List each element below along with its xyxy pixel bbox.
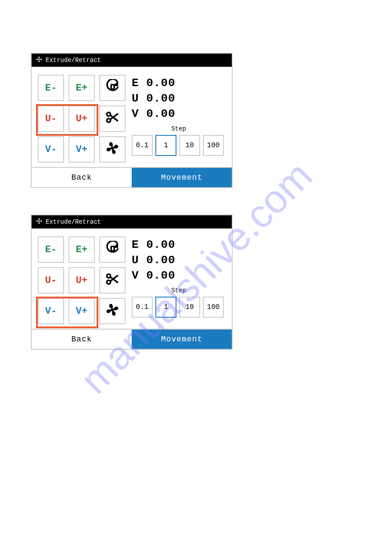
panel-footer: Back Movement xyxy=(32,329,232,349)
movement-button[interactable]: Movement xyxy=(132,330,232,349)
panel-title: Extrude/Retract xyxy=(46,218,101,225)
axis-button-grid: E- E+ U- U+ V- V+ xyxy=(38,75,126,163)
u-plus-button[interactable]: U+ xyxy=(68,105,95,132)
step-1[interactable]: 1 xyxy=(155,297,176,318)
cut-button[interactable] xyxy=(99,105,126,132)
e-minus-button[interactable]: E- xyxy=(38,75,64,101)
svg-rect-0 xyxy=(111,84,114,89)
v-minus-button[interactable]: V- xyxy=(38,136,64,163)
readout-e: E 0.00 xyxy=(132,76,226,91)
v-minus-button[interactable]: V- xyxy=(38,298,64,324)
readout-e: E 0.00 xyxy=(132,237,226,253)
panel-footer: Back Movement xyxy=(32,167,232,187)
panel-title: Extrude/Retract xyxy=(46,57,101,64)
readout-u: U 0.00 xyxy=(132,253,226,268)
e-plus-button[interactable]: E+ xyxy=(68,236,95,263)
refresh-button[interactable] xyxy=(99,236,126,263)
fan-icon xyxy=(105,302,120,320)
refresh-icon xyxy=(105,79,120,97)
readout-v: V 0.00 xyxy=(132,106,226,122)
step-buttons: 0.1 1 10 100 xyxy=(132,135,226,156)
step-0-1[interactable]: 0.1 xyxy=(132,135,153,156)
move-icon xyxy=(36,218,42,226)
u-minus-button[interactable]: U- xyxy=(38,267,64,294)
step-10[interactable]: 10 xyxy=(179,297,200,318)
fan-button[interactable] xyxy=(99,298,126,324)
refresh-button[interactable] xyxy=(99,75,126,101)
step-buttons: 0.1 1 10 100 xyxy=(132,297,226,318)
extrude-panel-1: Extrude/Retract E- E+ U- U+ V- V+ xyxy=(31,53,233,188)
move-icon xyxy=(36,56,42,64)
step-0-1[interactable]: 0.1 xyxy=(132,297,153,318)
e-plus-button[interactable]: E+ xyxy=(68,75,95,101)
u-plus-button[interactable]: U+ xyxy=(68,267,95,294)
cut-button[interactable] xyxy=(99,267,126,294)
step-1[interactable]: 1 xyxy=(155,135,176,156)
axis-button-grid: E- E+ U- U+ V- V+ xyxy=(38,236,126,324)
extrude-panel-2: Extrude/Retract E- E+ U- U+ V- V+ xyxy=(31,214,233,350)
readout-v: V 0.00 xyxy=(132,268,226,283)
step-100[interactable]: 100 xyxy=(203,297,224,318)
panel-titlebar: Extrude/Retract xyxy=(32,54,232,67)
fan-button[interactable] xyxy=(99,136,126,163)
e-minus-button[interactable]: E- xyxy=(38,236,64,263)
scissors-icon xyxy=(105,272,120,290)
fan-icon xyxy=(105,141,120,159)
readout-u: U 0.00 xyxy=(132,91,226,106)
step-100[interactable]: 100 xyxy=(203,135,224,156)
refresh-icon xyxy=(105,241,120,259)
svg-point-7 xyxy=(111,308,114,311)
v-plus-button[interactable]: V+ xyxy=(68,298,95,324)
svg-rect-4 xyxy=(111,246,114,250)
back-button[interactable]: Back xyxy=(32,330,132,349)
scissors-icon xyxy=(105,110,120,128)
u-minus-button[interactable]: U- xyxy=(38,105,64,132)
v-plus-button[interactable]: V+ xyxy=(68,136,95,163)
step-10[interactable]: 10 xyxy=(179,135,200,156)
panel-titlebar: Extrude/Retract xyxy=(32,215,232,229)
movement-button[interactable]: Movement xyxy=(132,168,232,187)
back-button[interactable]: Back xyxy=(32,168,132,187)
step-label: Step xyxy=(132,287,226,294)
svg-point-3 xyxy=(111,146,114,149)
step-label: Step xyxy=(132,125,226,132)
